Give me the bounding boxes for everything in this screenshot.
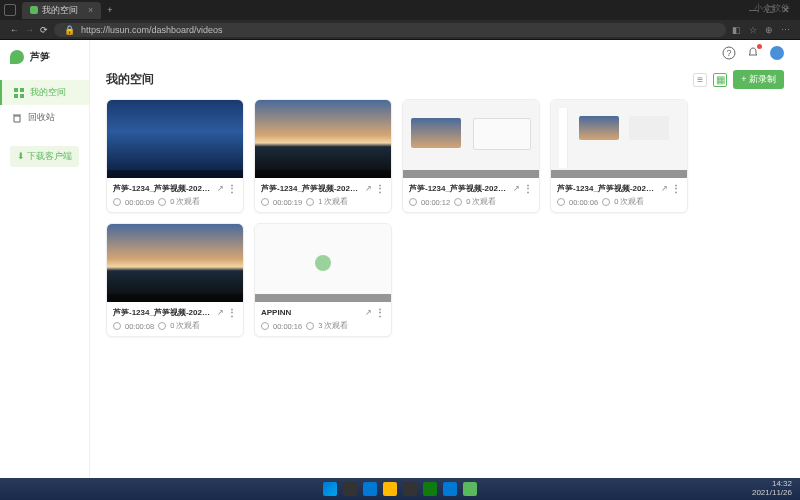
sidebar-item-trash[interactable]: 回收站 xyxy=(0,105,89,130)
more-menu-icon[interactable]: ⋮ xyxy=(227,183,237,194)
taskbar-app-icon[interactable] xyxy=(363,482,377,496)
taskbar-app-icon[interactable] xyxy=(403,482,417,496)
clock-icon xyxy=(113,322,121,330)
more-menu-icon[interactable]: ⋮ xyxy=(671,183,681,194)
share-icon[interactable]: ↗ xyxy=(365,184,372,193)
video-card[interactable]: 芦笋-1234_芦笋视频-20211126↗⋮00:00:191 次观看 xyxy=(254,99,392,213)
more-menu-icon[interactable]: ⋮ xyxy=(375,307,385,318)
workspace-icon[interactable] xyxy=(4,4,16,16)
sidebar-item-label: 我的空间 xyxy=(30,86,66,99)
svg-text:?: ? xyxy=(726,48,731,58)
more-menu-icon[interactable]: ⋮ xyxy=(375,183,385,194)
taskbar-app-icon[interactable] xyxy=(383,482,397,496)
share-icon[interactable]: ↗ xyxy=(661,184,668,193)
lock-icon: 🔒 xyxy=(64,25,75,35)
browser-menu-icon[interactable]: ⋯ xyxy=(781,25,790,35)
user-avatar[interactable] xyxy=(770,46,784,60)
video-duration: 00:00:09 xyxy=(125,198,154,207)
video-title: 芦笋-1234_芦笋视频-20211126 xyxy=(113,307,214,318)
video-title: 芦笋-1234_芦笋视频-20211126 xyxy=(557,183,658,194)
video-card[interactable]: 芦笋-1234_芦笋视频-20211126↗⋮00:00:060 次观看 xyxy=(550,99,688,213)
browser-tab-bar: 我的空间 × + — ☐ ✕ 小众软件 xyxy=(0,0,800,20)
watermark-bottom: 西西 CR173.COM xyxy=(714,460,794,474)
browser-toolbar: ← → ⟳ 🔒 https://lusun.com/dashboard/vide… xyxy=(0,20,800,40)
eye-icon xyxy=(158,198,166,206)
video-views: 0 次观看 xyxy=(170,197,200,207)
nav-back-icon[interactable]: ← xyxy=(10,25,19,35)
nav-forward-icon[interactable]: → xyxy=(25,25,34,35)
video-thumbnail[interactable] xyxy=(403,100,539,178)
top-toolbar: ? xyxy=(722,46,784,60)
svg-rect-1 xyxy=(20,88,24,92)
eye-icon xyxy=(158,322,166,330)
nav-refresh-icon[interactable]: ⟳ xyxy=(40,25,48,35)
view-grid-button[interactable]: ▦ xyxy=(713,73,727,87)
url-text: https://lusun.com/dashboard/videos xyxy=(81,25,223,35)
video-card[interactable]: APPINN↗⋮00:00:163 次观看 xyxy=(254,223,392,337)
video-card[interactable]: 芦笋-1234_芦笋视频-20211126↗⋮00:00:090 次观看 xyxy=(106,99,244,213)
download-icon: ⬇ xyxy=(17,151,25,161)
video-views: 0 次观看 xyxy=(614,197,644,207)
svg-rect-2 xyxy=(14,94,18,98)
video-duration: 00:00:12 xyxy=(421,198,450,207)
taskbar-app-icon[interactable] xyxy=(423,482,437,496)
taskbar-app-icon[interactable] xyxy=(463,482,477,496)
video-duration: 00:00:19 xyxy=(273,198,302,207)
clock-icon xyxy=(261,322,269,330)
video-thumbnail[interactable] xyxy=(551,100,687,178)
share-icon[interactable]: ↗ xyxy=(217,184,224,193)
video-thumbnail[interactable] xyxy=(107,100,243,178)
video-duration: 00:00:08 xyxy=(125,322,154,331)
new-tab-button[interactable]: + xyxy=(107,5,112,15)
taskbar-app-icon[interactable] xyxy=(343,482,357,496)
video-card[interactable]: 芦笋-1234_芦笋视频-20211126↗⋮00:00:080 次观看 xyxy=(106,223,244,337)
logo-icon xyxy=(10,50,24,64)
new-record-button[interactable]: + 新录制 xyxy=(733,70,784,89)
sidebar-item-label: 回收站 xyxy=(28,111,55,124)
clock-icon xyxy=(557,198,565,206)
video-card[interactable]: 芦笋-1234_芦笋视频-20211126↗⋮00:00:120 次观看 xyxy=(402,99,540,213)
windows-taskbar: 14:32 2021/11/26 xyxy=(0,478,800,500)
share-icon[interactable]: ↗ xyxy=(365,308,372,317)
video-duration: 00:00:16 xyxy=(273,322,302,331)
help-icon[interactable]: ? xyxy=(722,46,736,60)
clock-date: 2021/11/26 xyxy=(752,489,792,498)
video-views: 0 次观看 xyxy=(466,197,496,207)
video-views: 0 次观看 xyxy=(170,321,200,331)
system-tray[interactable]: 14:32 2021/11/26 xyxy=(752,480,792,498)
browser-tab[interactable]: 我的空间 × xyxy=(22,2,101,19)
collections-icon[interactable]: ⊕ xyxy=(765,25,773,35)
eye-icon xyxy=(602,198,610,206)
start-button[interactable] xyxy=(323,482,337,496)
eye-icon xyxy=(306,198,314,206)
address-bar[interactable]: 🔒 https://lusun.com/dashboard/videos xyxy=(54,23,726,37)
video-views: 3 次观看 xyxy=(318,321,348,331)
share-icon[interactable]: ↗ xyxy=(217,308,224,317)
sidebar-item-my-space[interactable]: 我的空间 xyxy=(0,80,89,105)
extension-icon[interactable]: ◧ xyxy=(732,25,741,35)
download-client-button[interactable]: ⬇ 下载客户端 xyxy=(10,146,79,167)
sidebar: 芦笋 我的空间 回收站 ⬇ 下载客户端 xyxy=(0,40,90,478)
video-thumbnail[interactable] xyxy=(107,224,243,302)
share-icon[interactable]: ↗ xyxy=(513,184,520,193)
clock-icon xyxy=(409,198,417,206)
close-tab-icon[interactable]: × xyxy=(88,5,93,15)
eye-icon xyxy=(454,198,462,206)
brand-logo[interactable]: 芦笋 xyxy=(0,40,89,74)
notifications-icon[interactable] xyxy=(746,46,760,60)
trash-icon xyxy=(12,113,22,123)
more-menu-icon[interactable]: ⋮ xyxy=(523,183,533,194)
video-title: 芦笋-1234_芦笋视频-20211126 xyxy=(113,183,214,194)
more-menu-icon[interactable]: ⋮ xyxy=(227,307,237,318)
clock-icon xyxy=(113,198,121,206)
video-title: 芦笋-1234_芦笋视频-20211126 xyxy=(261,183,362,194)
taskbar-app-icon[interactable] xyxy=(443,482,457,496)
watermark-text: 小众软件 xyxy=(754,2,790,15)
video-thumbnail[interactable] xyxy=(255,100,391,178)
page-title: 我的空间 xyxy=(106,71,154,88)
video-duration: 00:00:06 xyxy=(569,198,598,207)
view-list-button[interactable]: ≡ xyxy=(693,73,707,87)
grid-icon xyxy=(14,88,24,98)
favorites-icon[interactable]: ☆ xyxy=(749,25,757,35)
video-thumbnail[interactable] xyxy=(255,224,391,302)
